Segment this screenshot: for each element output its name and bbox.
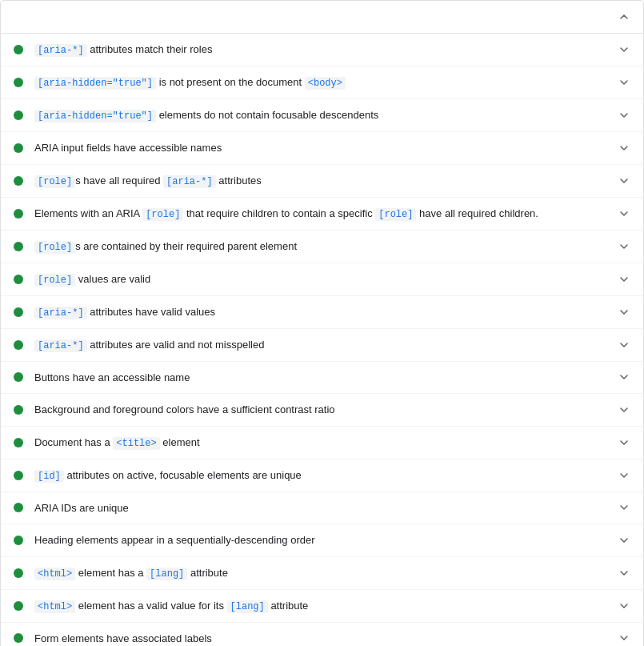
audit-item: <html> element has a valid value for its… xyxy=(1,590,643,623)
audit-description: <html> element has a valid value for its… xyxy=(34,598,611,614)
pass-indicator xyxy=(14,633,23,643)
pass-indicator xyxy=(14,536,23,545)
pass-indicator xyxy=(14,45,23,54)
pass-indicator xyxy=(14,372,23,382)
expand-button[interactable] xyxy=(618,403,630,416)
audit-description: [aria-hidden="true"] elements do not con… xyxy=(34,107,611,123)
pass-indicator xyxy=(14,110,23,120)
code-snippet: [aria-hidden="true"] xyxy=(34,110,156,122)
code-snippet: [role] xyxy=(34,175,75,188)
code-snippet: <body> xyxy=(305,77,346,90)
code-snippet: [role] xyxy=(34,274,75,287)
audit-description: Buttons have an accessible name xyxy=(34,370,611,386)
code-snippet: [aria-*] xyxy=(163,175,216,188)
code-snippet: [id] xyxy=(34,470,64,483)
pass-indicator xyxy=(14,78,23,87)
expand-button[interactable] xyxy=(618,534,630,547)
expand-button[interactable] xyxy=(618,469,630,482)
code-snippet: [aria-hidden="true"] xyxy=(34,77,156,90)
pass-indicator xyxy=(14,275,23,284)
passed-audits-panel: [aria-*] attributes match their roles [a… xyxy=(0,0,644,646)
audit-description: Heading elements appear in a sequentiall… xyxy=(34,532,611,548)
expand-button[interactable] xyxy=(618,371,630,383)
audit-item: Background and foreground colors have a … xyxy=(1,394,643,427)
code-snippet: [role] xyxy=(142,208,183,221)
code-snippet: <html> xyxy=(34,600,75,613)
code-snippet: [lang] xyxy=(146,568,187,580)
expand-button[interactable] xyxy=(618,339,630,351)
audit-description: [role]s are contained by their required … xyxy=(34,239,611,255)
audit-description: [aria-*] attributes are valid and not mi… xyxy=(34,337,611,353)
expand-button[interactable] xyxy=(618,501,630,514)
audit-description: [aria-hidden="true"] is not present on t… xyxy=(34,74,611,90)
code-snippet: <title> xyxy=(113,437,159,450)
code-snippet: [role] xyxy=(375,208,416,221)
audit-description: Elements with an ARIA [role] that requir… xyxy=(34,206,611,222)
audit-item: <html> element has a [lang] attribute xyxy=(1,557,643,590)
audit-description: [id] attributes on active, focusable ele… xyxy=(34,467,611,483)
expand-button[interactable] xyxy=(618,306,630,319)
expand-button[interactable] xyxy=(618,632,630,644)
pass-indicator xyxy=(14,601,23,611)
audit-list: [aria-*] attributes match their roles [a… xyxy=(1,34,643,646)
expand-button[interactable] xyxy=(618,240,630,253)
pass-indicator xyxy=(14,209,23,219)
expand-button[interactable] xyxy=(618,76,630,89)
audit-item: Heading elements appear in a sequentiall… xyxy=(1,524,643,557)
code-snippet: <html> xyxy=(34,568,75,580)
code-snippet: [aria-*] xyxy=(34,44,87,57)
audit-description: [aria-*] attributes match their roles xyxy=(34,42,611,58)
audit-description: Background and foreground colors have a … xyxy=(34,402,611,418)
expand-button[interactable] xyxy=(618,436,630,449)
audit-item: [role] values are valid xyxy=(1,263,643,296)
collapse-button[interactable] xyxy=(618,10,630,23)
audit-item: Form elements have associated labels xyxy=(1,623,643,647)
expand-button[interactable] xyxy=(618,273,630,286)
pass-indicator xyxy=(14,438,23,447)
pass-indicator xyxy=(14,405,23,415)
expand-button[interactable] xyxy=(618,600,630,612)
pass-indicator xyxy=(14,340,23,350)
audit-item: ARIA IDs are unique xyxy=(1,492,643,525)
audit-item: [aria-*] attributes match their roles xyxy=(1,34,643,66)
audit-description: <html> element has a [lang] attribute xyxy=(34,565,611,581)
audit-description: ARIA input fields have accessible names xyxy=(34,140,611,156)
code-snippet: [aria-*] xyxy=(34,339,87,352)
audit-item: [aria-*] attributes are valid and not mi… xyxy=(1,329,643,362)
expand-button[interactable] xyxy=(618,109,630,122)
audit-description: [role] values are valid xyxy=(34,271,611,287)
audit-item: [id] attributes on active, focusable ele… xyxy=(1,459,643,492)
expand-button[interactable] xyxy=(618,567,630,580)
panel-header xyxy=(1,1,643,34)
pass-indicator xyxy=(14,568,23,578)
code-snippet: [role] xyxy=(34,241,75,254)
audit-description: Form elements have associated labels xyxy=(34,631,611,647)
pass-indicator xyxy=(14,242,23,251)
audit-description: ARIA IDs are unique xyxy=(34,500,611,516)
audit-item: [role]s are contained by their required … xyxy=(1,231,643,263)
audit-item: [aria-*] attributes have valid values xyxy=(1,296,643,329)
pass-indicator xyxy=(14,471,23,480)
audit-description: [role]s have all required [aria-*] attri… xyxy=(34,173,611,189)
audit-item: Buttons have an accessible name xyxy=(1,362,643,395)
pass-indicator xyxy=(14,307,23,317)
expand-button[interactable] xyxy=(618,207,630,220)
pass-indicator xyxy=(14,143,23,153)
expand-button[interactable] xyxy=(618,175,630,187)
expand-button[interactable] xyxy=(618,43,630,56)
code-snippet: [lang] xyxy=(227,600,268,613)
audit-description: [aria-*] attributes have valid values xyxy=(34,304,611,320)
audit-item: ARIA input fields have accessible names xyxy=(1,132,643,165)
audit-item: Elements with an ARIA [role] that requir… xyxy=(1,198,643,231)
code-snippet: [aria-*] xyxy=(34,307,87,319)
audit-item: [role]s have all required [aria-*] attri… xyxy=(1,165,643,198)
pass-indicator xyxy=(14,503,23,512)
expand-button[interactable] xyxy=(618,142,630,154)
audit-description: Document has a <title> element xyxy=(34,435,611,451)
audit-item: Document has a <title> element xyxy=(1,427,643,459)
audit-item: [aria-hidden="true"] elements do not con… xyxy=(1,99,643,132)
audit-item: [aria-hidden="true"] is not present on t… xyxy=(1,66,643,99)
pass-indicator xyxy=(14,176,23,186)
